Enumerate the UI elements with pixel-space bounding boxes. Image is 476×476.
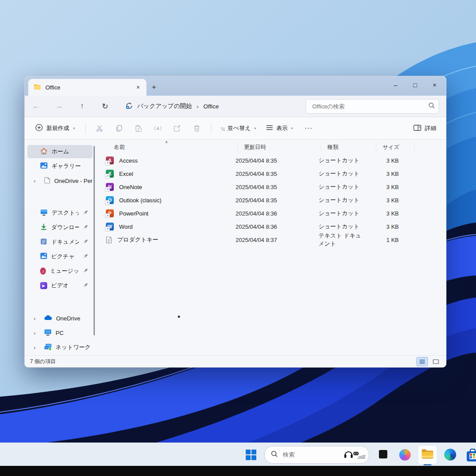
windows-logo-icon xyxy=(246,450,256,460)
new-tab-button[interactable]: + xyxy=(146,80,161,95)
icons-view-toggle[interactable] xyxy=(430,357,442,366)
file-size: 1 KB xyxy=(367,237,399,243)
file-row[interactable]: X ↗ Excel 2025/04/04 8:35 ショートカット 3 KB xyxy=(102,167,446,180)
toolbar-divider xyxy=(211,123,211,134)
sidebar-scrollbar[interactable] xyxy=(94,146,95,335)
pin-icon xyxy=(83,239,88,245)
sidebar-item-onedrive[interactable]: › OneDrive xyxy=(27,312,93,325)
file-name: Excel xyxy=(119,171,133,177)
refresh-button[interactable]: ↻ xyxy=(96,99,114,114)
file-explorer-button[interactable] xyxy=(418,446,437,464)
file-row[interactable]: プロダクトキー 2025/04/04 8:37 テキスト ドキュメント 1 KB xyxy=(102,233,446,246)
edge-button[interactable] xyxy=(441,446,459,464)
file-name: Word xyxy=(119,223,133,230)
copilot-button[interactable] xyxy=(396,446,414,464)
file-modified: 2025/04/04 8:35 xyxy=(229,171,312,177)
expander-icon[interactable]: › xyxy=(29,330,40,336)
sort-button[interactable]: ↑↓ 並べ替え ∨ xyxy=(217,122,260,135)
sidebar-item-onedrive-personal[interactable]: › OneDrive - Pers xyxy=(27,174,93,187)
view-button[interactable]: 表示 ∨ xyxy=(262,122,297,135)
desktop-icon xyxy=(40,209,48,217)
sidebar-item-network[interactable]: › ネットワーク xyxy=(27,341,93,354)
file-row[interactable]: W ↗ Word 2025/04/04 8:36 ショートカット 3 KB xyxy=(102,220,446,233)
pin-icon xyxy=(83,283,88,289)
pin-icon xyxy=(83,268,88,275)
task-view-button[interactable] xyxy=(373,446,392,464)
sidebar-item-pictures[interactable]: ピクチャ xyxy=(27,250,93,263)
details-pane-button[interactable]: 詳細 xyxy=(410,122,440,135)
gallery-icon xyxy=(40,162,48,170)
file-row[interactable]: O ↗ Outlook (classic) 2025/04/04 8:35 ショ… xyxy=(102,193,446,207)
search-highlight-image xyxy=(343,449,366,461)
expander-icon[interactable]: › xyxy=(29,315,40,322)
sidebar-item-documents[interactable]: ドキュメント xyxy=(27,235,93,249)
sidebar-item-label: ミュージック xyxy=(50,267,79,275)
paste-button[interactable] xyxy=(130,121,147,136)
column-header-name[interactable]: ∧ 名前 xyxy=(102,143,238,152)
explorer-search-input[interactable] xyxy=(311,103,428,110)
sidebar-item-videos[interactable]: ▶ ビデオ xyxy=(27,279,93,292)
maximize-button[interactable]: □ xyxy=(405,76,425,94)
chevron-down-icon: ∨ xyxy=(291,126,293,130)
sidebar-item-music[interactable]: ♪ ミュージック xyxy=(27,264,93,278)
file-modified: 2025/04/04 8:35 xyxy=(229,184,312,190)
word-app-icon: W ↗ xyxy=(106,223,114,231)
file-name: PowerPoint xyxy=(119,210,148,217)
minimize-button[interactable]: – xyxy=(386,76,405,94)
shortcut-arrow-icon: ↗ xyxy=(105,174,110,178)
more-options-button[interactable]: ··· xyxy=(299,124,318,132)
outlook-app-icon: O ↗ xyxy=(106,196,114,204)
file-explorer-window: Office × + – □ × ← → ↑ ↻ バックアップの開始 › Off… xyxy=(24,76,446,368)
start-button[interactable] xyxy=(242,446,260,464)
address-bar: ← → ↑ ↻ バックアップの開始 › Office xyxy=(25,96,446,117)
breadcrumb-separator: › xyxy=(196,103,199,110)
tab-close-button[interactable]: × xyxy=(133,82,143,92)
taskbar-search-input[interactable] xyxy=(282,451,343,458)
breadcrumb-current[interactable]: Office xyxy=(203,103,219,110)
column-header-type[interactable]: 種類 xyxy=(321,143,376,152)
delete-button[interactable] xyxy=(188,121,206,136)
details-view-toggle[interactable] xyxy=(416,357,428,366)
file-name: プロダクトキー xyxy=(117,236,158,244)
tab-office[interactable]: Office × xyxy=(28,79,146,96)
sidebar-item-home[interactable]: ホーム xyxy=(27,145,93,158)
expander-icon[interactable]: › xyxy=(29,344,40,351)
pc-icon xyxy=(44,329,52,337)
column-header-modified[interactable]: 更新日時 xyxy=(238,143,321,152)
expander-icon[interactable]: › xyxy=(29,178,40,184)
sidebar-item-pc[interactable]: › PC xyxy=(27,326,93,339)
download-icon xyxy=(40,223,47,232)
file-type: ショートカット xyxy=(312,209,367,217)
close-button[interactable]: × xyxy=(425,76,444,94)
file-row[interactable]: P ↗ PowerPoint 2025/04/04 8:36 ショートカット 3… xyxy=(102,207,446,220)
file-row[interactable]: N ↗ OneNote 2025/04/04 8:35 ショートカット 3 KB xyxy=(102,180,446,193)
store-button[interactable] xyxy=(463,446,476,464)
rename-button[interactable] xyxy=(149,121,167,136)
column-headers: ∧ 名前 更新日時 種類 サイズ xyxy=(102,141,446,154)
sidebar-item-gallery[interactable]: ギャラリー xyxy=(27,160,93,173)
breadcrumb-root[interactable]: バックアップの開始 xyxy=(137,102,192,110)
sidebar-item-downloads[interactable]: ダウンロード xyxy=(27,221,93,234)
onenote-app-icon: N ↗ xyxy=(106,183,114,191)
copilot-icon xyxy=(399,449,411,461)
sidebar-item-label: OneDrive xyxy=(56,315,80,322)
command-bar: 新規作成 ∨ ↑↓ 並べ替え ∨ xyxy=(25,117,446,140)
cut-button[interactable] xyxy=(91,121,109,136)
sidebar-item-desktop[interactable]: デスクトップ xyxy=(27,206,93,219)
explorer-search-box[interactable] xyxy=(306,99,439,114)
taskbar-search-box[interactable] xyxy=(264,446,369,464)
sidebar-item-label: PC xyxy=(56,330,64,336)
videos-icon: ▶ xyxy=(40,282,47,289)
copy-button[interactable] xyxy=(110,121,128,136)
up-button[interactable]: ↑ xyxy=(73,99,91,114)
details-pane-icon xyxy=(413,125,421,132)
new-item-button[interactable]: 新規作成 ∨ xyxy=(31,121,80,135)
file-name: Access xyxy=(119,157,138,164)
forward-button[interactable]: → xyxy=(50,99,68,114)
file-row[interactable]: A ↗ Access 2025/04/04 8:35 ショートカット 3 KB xyxy=(102,154,446,167)
file-size: 3 KB xyxy=(367,157,399,164)
share-button[interactable] xyxy=(169,121,186,136)
back-button[interactable]: ← xyxy=(27,99,45,114)
details-label: 詳細 xyxy=(425,124,436,132)
column-header-size[interactable]: サイズ xyxy=(376,143,415,152)
